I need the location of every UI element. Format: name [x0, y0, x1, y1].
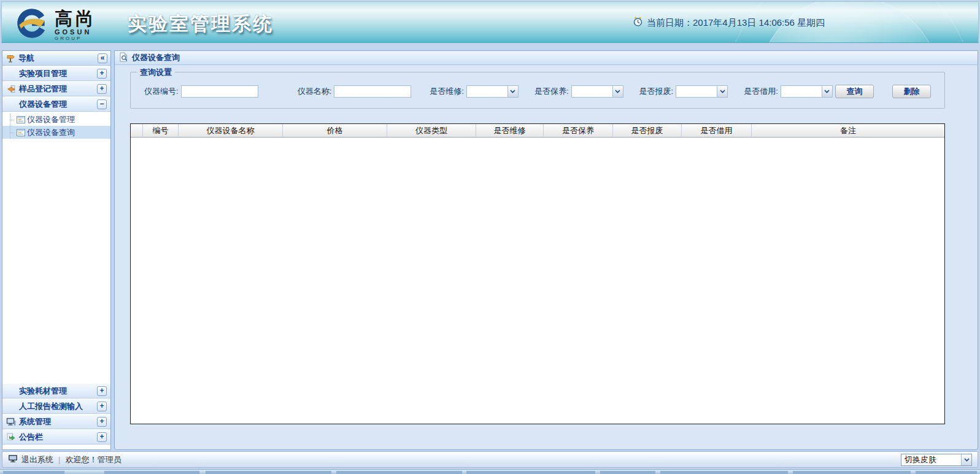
brand-name: 高尚	[55, 9, 96, 28]
sidebar-group-manual-report[interactable]: 人工报告检测输入 +	[2, 398, 110, 414]
logout-label: 退出系统	[21, 454, 53, 465]
gosun-logo-icon	[15, 6, 50, 43]
scrap-select[interactable]	[676, 85, 728, 98]
fieldset-legend: 查询设置	[137, 68, 175, 77]
instrument-name-label: 仪器名称:	[298, 86, 332, 97]
logout-button[interactable]: 退出系统	[8, 454, 53, 465]
sidebar-group-instrument[interactable]: 仪器设备管理 −	[2, 96, 110, 112]
expand-button[interactable]: +	[97, 84, 107, 94]
welcome-text: 欢迎您！管理员	[65, 454, 121, 465]
expand-button[interactable]: +	[97, 402, 107, 411]
borrow-select[interactable]	[781, 85, 833, 98]
taskbar-segment[interactable]	[660, 471, 788, 474]
taskbar-segment[interactable]	[916, 471, 977, 474]
borrow-label: 是否借用:	[744, 86, 778, 97]
taskbar-segment[interactable]	[793, 471, 911, 474]
skin-switch-select[interactable]: 切换皮肤	[901, 454, 972, 466]
sidebar-footer-spacer	[2, 445, 110, 449]
current-datetime: 当前日期：2017年4月13日 14:06:56 星期四	[633, 2, 825, 43]
monitor-icon	[8, 454, 18, 465]
nav-title: 导航	[18, 53, 95, 64]
search-button[interactable]: 查询	[835, 85, 874, 98]
column-header-borrow[interactable]: 是否借用	[682, 124, 752, 137]
sidebar-group-system[interactable]: 系统管理 +	[2, 414, 110, 429]
column-header-repair[interactable]: 是否维修	[476, 124, 544, 137]
navigation-sidebar: 导航 « 实验项目管理 + 样品登记管理 + 仪器设备管理 −	[2, 50, 111, 450]
taskbar-segment[interactable]	[336, 471, 462, 474]
tray-arrow-icon	[6, 84, 16, 94]
taskbar-segment[interactable]	[3, 471, 64, 474]
taskbar-segment[interactable]	[466, 471, 595, 474]
instrument-code-input[interactable]	[181, 85, 258, 98]
skin-switch-value: 切换皮肤	[901, 454, 961, 465]
maintain-select[interactable]	[571, 85, 623, 98]
chevron-down-icon[interactable]	[507, 86, 518, 97]
sidebar-group-consumables[interactable]: 实验耗材管理 +	[2, 383, 110, 398]
grid-header-row: 编号 仪器设备名称 价格 仪器类型 是否维修 是否保养 是否报废 是否借用 备注	[131, 124, 944, 138]
footer-separator: |	[58, 455, 60, 464]
group-icon-placeholder	[6, 99, 16, 109]
query-settings-fieldset: 查询设置 仪器编号: 仪器名称: 是否维修: 是否保养:	[130, 72, 945, 109]
main-panel: 仪器设备查询 查询设置 仪器编号: 仪器名称: 是否维修: 是否保养:	[114, 50, 978, 450]
brand-text: 高尚 GOSUN GROUP	[55, 6, 96, 43]
group-label: 系统管理	[19, 416, 94, 427]
repair-select[interactable]	[466, 85, 519, 98]
instrument-name-input[interactable]	[334, 85, 411, 98]
chevron-down-icon[interactable]	[612, 86, 623, 97]
instrument-code-label: 仪器编号:	[144, 86, 179, 97]
collapse-group-button[interactable]: −	[97, 99, 107, 109]
expand-button[interactable]: +	[97, 69, 107, 79]
query-form-row: 仪器编号: 仪器名称: 是否维修: 是否保养:	[131, 72, 944, 108]
alarm-clock-icon	[633, 17, 643, 29]
sidebar-collapse-button[interactable]: «	[98, 53, 107, 63]
signpost-icon	[6, 53, 15, 63]
column-header-price[interactable]: 价格	[283, 124, 387, 137]
maintain-select-value	[572, 86, 612, 97]
repair-label: 是否维修:	[430, 86, 464, 97]
expand-button[interactable]: +	[97, 386, 107, 396]
taskbar-segment[interactable]	[206, 471, 331, 474]
sidebar-item-instrument-query[interactable]: 仪器设备查询	[2, 126, 110, 139]
sidebar-item-instrument-manage[interactable]: 仪器设备管理	[2, 113, 110, 126]
group-label: 实验项目管理	[19, 68, 94, 79]
column-header-maintain[interactable]: 是否保养	[544, 124, 613, 137]
delete-button[interactable]: 删除	[892, 85, 931, 98]
sidebar-group-sample-register[interactable]: 样品登记管理 +	[2, 81, 110, 96]
results-grid: 编号 仪器设备名称 价格 仪器类型 是否维修 是否保养 是否报废 是否借用 备注	[130, 123, 945, 424]
column-header-type[interactable]: 仪器类型	[387, 124, 476, 137]
sidebar-group-experiment-project[interactable]: 实验项目管理 +	[2, 66, 110, 81]
expand-button[interactable]: +	[97, 417, 107, 427]
group-label: 人工报告检测输入	[19, 401, 94, 412]
column-header-remark[interactable]: 备注	[752, 124, 944, 137]
scrap-select-value	[676, 86, 717, 97]
column-header-name[interactable]: 仪器设备名称	[179, 124, 283, 137]
chevron-down-icon[interactable]	[822, 86, 832, 97]
brand-latin-1: GOSUN	[55, 29, 96, 36]
taskbar-segment[interactable]	[600, 471, 655, 474]
brand-latin-2: GROUP	[55, 36, 96, 41]
column-header-code[interactable]: 编号	[143, 124, 179, 137]
maintain-label: 是否保养:	[534, 86, 569, 97]
taskbar-segment[interactable]	[104, 471, 199, 474]
column-header-selector[interactable]	[131, 124, 143, 137]
app-header: 高尚 GOSUN GROUP 实验室管理系统 当前日期：2017年4月13日 1…	[1, 1, 979, 43]
tree-item-label: 仪器设备管理	[27, 114, 75, 125]
sidebar-group-bulletin[interactable]: 公告栏 +	[2, 429, 110, 445]
column-header-scrap[interactable]: 是否报废	[613, 124, 682, 137]
chevron-down-icon[interactable]	[717, 86, 727, 97]
app-window: 高尚 GOSUN GROUP 实验室管理系统 当前日期：2017年4月13日 1…	[0, 0, 980, 474]
expand-button[interactable]: +	[97, 432, 107, 442]
system-title: 实验室管理系统	[128, 11, 274, 37]
form-icon	[17, 128, 25, 138]
group-icon-placeholder	[6, 386, 16, 396]
borrow-select-value	[781, 86, 822, 97]
form-icon	[17, 115, 25, 125]
tree-connector	[7, 126, 15, 139]
page-title: 仪器设备查询	[132, 52, 180, 63]
group-label: 仪器设备管理	[19, 99, 94, 110]
green-arrow-icon	[6, 432, 16, 442]
chevron-down-icon[interactable]	[961, 454, 971, 465]
group-label: 公告栏	[19, 432, 94, 443]
repair-select-value	[467, 86, 507, 97]
computer-icon	[6, 417, 16, 427]
